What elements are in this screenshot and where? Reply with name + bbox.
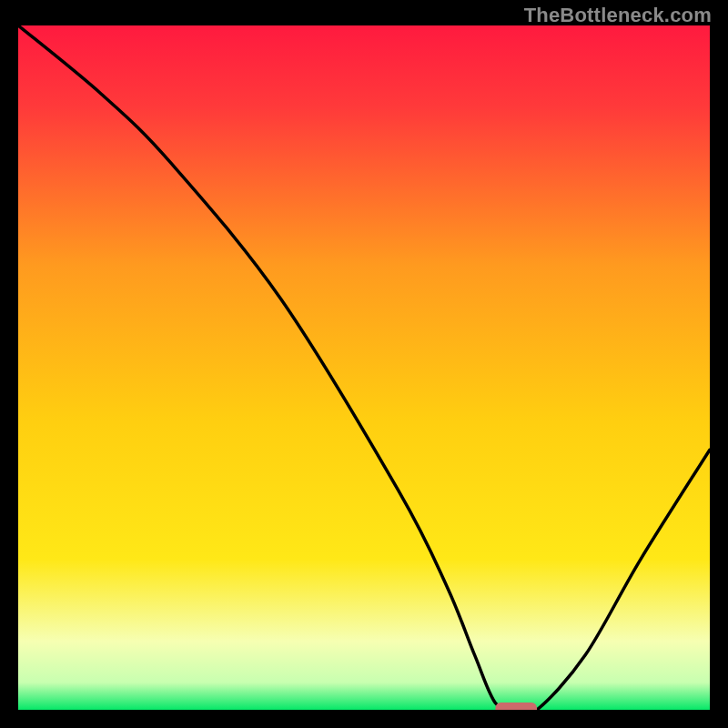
gradient-background (18, 25, 710, 710)
optimum-marker (495, 703, 537, 710)
bottleneck-chart (18, 25, 710, 710)
chart-frame: TheBottleneck.com (0, 0, 728, 728)
watermark-text: TheBottleneck.com (524, 4, 712, 27)
